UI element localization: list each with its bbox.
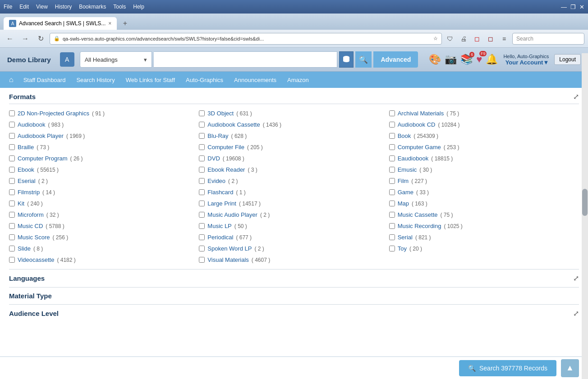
search-input[interactable] xyxy=(157,56,334,63)
menu-history[interactable]: History xyxy=(55,4,72,10)
window-close-btn[interactable]: ✕ xyxy=(579,4,584,10)
bookmark-icon[interactable]: ☆ xyxy=(433,36,438,41)
amazon-link[interactable]: Amazon xyxy=(283,75,313,85)
format-label[interactable]: Audiobook CD xyxy=(398,121,436,128)
format-checkbox-large-print[interactable] xyxy=(199,201,205,206)
scroll-top-btn[interactable]: ▲ xyxy=(561,359,579,377)
format-checkbox-toy[interactable] xyxy=(389,246,395,251)
format-label[interactable]: Toy xyxy=(398,245,407,252)
menu-view[interactable]: View xyxy=(36,4,48,10)
advanced-btn[interactable]: Advanced xyxy=(373,51,418,68)
format-label[interactable]: Audiobook Cassette xyxy=(207,121,260,128)
addon-icon-2[interactable]: ◻ xyxy=(485,33,496,44)
format-checkbox-filmstrip[interactable] xyxy=(9,189,15,195)
format-label[interactable]: Audiobook Player xyxy=(18,132,64,139)
account-link[interactable]: Your Account▼ xyxy=(503,59,549,66)
audience-expand-icon[interactable]: ⤢ xyxy=(573,309,579,318)
format-label[interactable]: Filmstrip xyxy=(18,189,40,196)
address-bar[interactable]: 🔒 qa-swls-verso.auto-graphics.com/advanc… xyxy=(50,33,442,45)
format-checkbox-music-cassette[interactable] xyxy=(389,212,395,218)
formats-expand-icon[interactable]: ⤢ xyxy=(573,92,579,101)
format-checkbox-computer-file[interactable] xyxy=(199,144,205,150)
format-checkbox-music-lp[interactable] xyxy=(199,223,205,229)
browser-menu-icon[interactable]: ≡ xyxy=(499,33,510,44)
format-checkbox-2d-non-projected-graphics[interactable] xyxy=(9,110,15,116)
format-checkbox-braille[interactable] xyxy=(9,144,15,150)
format-label[interactable]: 2D Non-Projected Graphics xyxy=(18,110,89,117)
format-checkbox-archival-materials[interactable] xyxy=(389,110,395,116)
format-checkbox-visual-materials[interactable] xyxy=(199,257,205,263)
format-checkbox-evideo[interactable] xyxy=(199,178,205,184)
format-label[interactable]: Serial xyxy=(398,234,413,241)
format-label[interactable]: Computer File xyxy=(207,144,244,151)
format-checkbox-music-score[interactable] xyxy=(9,234,15,240)
format-checkbox-periodical[interactable] xyxy=(199,234,205,240)
format-checkbox-blu-ray[interactable] xyxy=(199,133,205,139)
format-checkbox-audiobook-cassette[interactable] xyxy=(199,122,205,128)
format-checkbox-book[interactable] xyxy=(389,133,395,139)
format-checkbox-dvd[interactable] xyxy=(199,155,205,161)
tab-close-btn[interactable]: × xyxy=(108,20,111,27)
format-checkbox-3d-object[interactable] xyxy=(199,110,205,116)
scrollbar-thumb[interactable] xyxy=(582,189,588,216)
format-label[interactable]: Ebook xyxy=(18,166,34,173)
format-label[interactable]: Film xyxy=(398,178,409,184)
menu-help[interactable]: Help xyxy=(133,4,144,10)
format-checkbox-film[interactable] xyxy=(389,178,395,184)
format-label[interactable]: Eaudiobook xyxy=(398,155,429,162)
format-checkbox-slide[interactable] xyxy=(9,246,15,251)
format-label[interactable]: DVD xyxy=(207,155,220,162)
search-records-btn[interactable]: 🔍 Search 397778 Records xyxy=(459,360,556,376)
menu-edit[interactable]: Edit xyxy=(19,4,29,10)
format-checkbox-music-cd[interactable] xyxy=(9,223,15,229)
format-label[interactable]: Evideo xyxy=(207,178,225,184)
bell-icon[interactable]: 🔔 xyxy=(486,54,498,65)
print-icon[interactable]: 🖨 xyxy=(458,33,469,44)
format-checkbox-eaudiobook[interactable] xyxy=(389,155,395,161)
format-label[interactable]: Kit xyxy=(18,200,24,207)
library-icon[interactable]: 📚 6 xyxy=(460,54,473,65)
home-nav-icon[interactable]: ⌂ xyxy=(5,74,17,86)
database-icon[interactable] xyxy=(339,51,354,68)
format-checkbox-audiobook-player[interactable] xyxy=(9,133,15,139)
format-checkbox-spoken-word-lp[interactable] xyxy=(199,246,205,251)
format-checkbox-emusic[interactable] xyxy=(389,167,395,173)
menu-bookmarks[interactable]: Bookmarks xyxy=(79,4,106,10)
format-checkbox-eserial[interactable] xyxy=(9,178,15,184)
heart-icon[interactable]: ♥ F9 xyxy=(476,54,482,65)
logout-btn[interactable]: Logout xyxy=(554,54,581,65)
format-checkbox-map[interactable] xyxy=(389,201,395,206)
format-label[interactable]: Archival Materials xyxy=(398,110,444,117)
shield-icon[interactable]: 🛡 xyxy=(445,33,455,44)
format-checkbox-computer-game[interactable] xyxy=(389,144,395,150)
format-label[interactable]: Braille xyxy=(18,144,34,151)
format-label[interactable]: Music CD xyxy=(18,223,43,229)
forward-btn[interactable]: → xyxy=(19,32,32,45)
format-label[interactable]: Large Print xyxy=(207,200,236,207)
format-label[interactable]: Eserial xyxy=(18,178,36,184)
format-label[interactable]: Microform xyxy=(18,211,44,218)
menu-file[interactable]: File xyxy=(4,4,12,10)
format-checkbox-videocassette[interactable] xyxy=(9,257,15,263)
format-label[interactable]: Music Score xyxy=(18,234,50,241)
heading-dropdown[interactable]: All Headings ▾ xyxy=(80,51,152,68)
format-checkbox-flashcard[interactable] xyxy=(199,189,205,195)
format-checkbox-game[interactable] xyxy=(389,189,395,195)
format-label[interactable]: Emusic xyxy=(398,166,417,173)
format-label[interactable]: Music LP xyxy=(207,223,231,229)
search-submit-btn[interactable]: 🔍 xyxy=(355,51,372,68)
format-label[interactable]: Music Audio Player xyxy=(207,211,257,218)
format-checkbox-microform[interactable] xyxy=(9,212,15,218)
language-icon[interactable]: A xyxy=(60,52,74,67)
menu-tools[interactable]: Tools xyxy=(113,4,126,10)
format-checkbox-music-audio-player[interactable] xyxy=(199,212,205,218)
format-label[interactable]: Blu-Ray xyxy=(207,132,228,139)
refresh-btn[interactable]: ↻ xyxy=(34,32,47,45)
window-minimize-btn[interactable]: — xyxy=(561,4,567,10)
format-label[interactable]: Visual Materials xyxy=(207,256,249,263)
addon-icon-1[interactable]: ◻ xyxy=(472,33,482,44)
active-tab[interactable]: A Advanced Search | SWLS | SWLS... × xyxy=(4,17,117,30)
window-restore-btn[interactable]: ❐ xyxy=(570,4,576,10)
camera-icon[interactable]: 📷 xyxy=(445,54,457,65)
back-btn[interactable]: ← xyxy=(4,32,16,45)
